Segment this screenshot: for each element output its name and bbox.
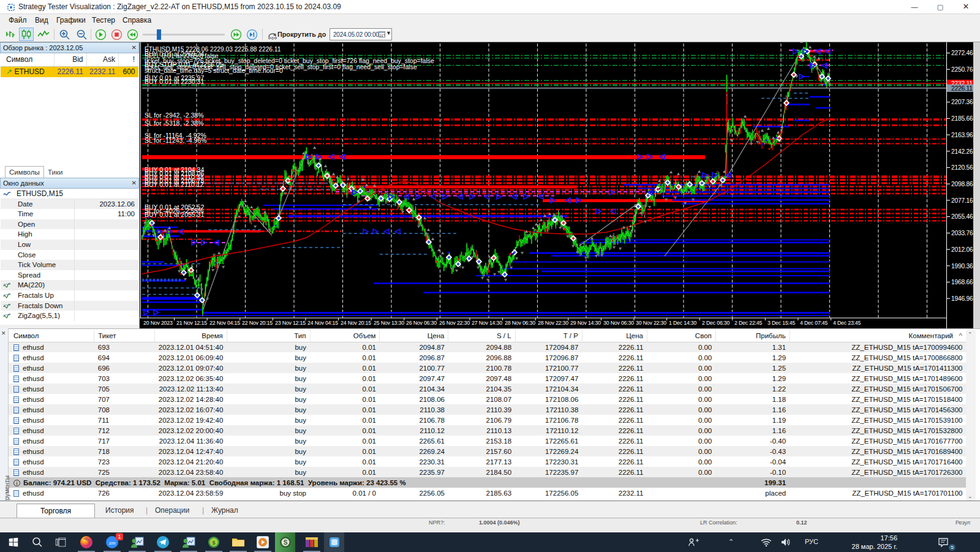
svg-text:2 Dec 06:30: 2 Dec 06:30 <box>702 320 730 326</box>
svg-text:zm: zm <box>109 540 116 546</box>
svg-text:2 Dec 22:45: 2 Dec 22:45 <box>734 320 763 326</box>
svg-text:23 Nov 12:15: 23 Nov 12:15 <box>275 320 306 326</box>
svg-text:30 Nov 06:30: 30 Nov 06:30 <box>603 320 634 326</box>
svg-text:4 Dec 07:45: 4 Dec 07:45 <box>800 320 828 326</box>
svg-text:struct_date_time.day=5 struct: struct_date_time.day=5 struct_date_time.… <box>145 67 283 74</box>
svg-text:2207.36: 2207.36 <box>951 99 973 105</box>
svg-text:2077.16: 2077.16 <box>951 197 973 204</box>
svg-text:BUY 0.01 at 2055.31: BUY 0.01 at 2055.31 <box>145 211 204 218</box>
svg-text:2012.06: 2012.06 <box>951 246 973 253</box>
svg-text:BUY 0.01 at 2230.31: BUY 0.01 at 2230.31 <box>145 78 204 85</box>
svg-text:1 Dec 14:30: 1 Dec 14:30 <box>669 320 697 326</box>
svg-text:3 Dec 15:45: 3 Dec 15:45 <box>767 320 796 326</box>
svg-text:26 Nov 06:30: 26 Nov 06:30 <box>406 320 437 326</box>
svg-text:22 Nov 20:15: 22 Nov 20:15 <box>242 320 273 326</box>
svg-text:20 Nov 2023: 20 Nov 2023 <box>143 320 173 326</box>
svg-text:2033.76: 2033.76 <box>951 230 973 236</box>
svg-text:2272.46: 2272.46 <box>951 50 973 56</box>
svg-text:21 Nov 12:15: 21 Nov 12:15 <box>176 320 207 326</box>
svg-text:28 Nov 06:30: 28 Nov 06:30 <box>505 320 535 326</box>
svg-text:BUY 0.01 at 2110.12: BUY 0.01 at 2110.12 <box>145 181 204 188</box>
svg-text:S: S <box>284 539 288 546</box>
svg-text:2142.26: 2142.26 <box>951 148 973 155</box>
svg-text:SL for -5318, -2.38%: SL for -5318, -2.38% <box>145 119 204 127</box>
svg-text:25 Nov 13:30: 25 Nov 13:30 <box>374 320 404 326</box>
svg-text:2098.86: 2098.86 <box>951 181 973 187</box>
svg-text:SL for -2942, -2.38%: SL for -2942, -2.38% <box>145 112 204 119</box>
svg-text:4 Dec 23:45: 4 Dec 23:45 <box>833 320 861 326</box>
svg-text:29 Nov 14:30: 29 Nov 14:30 <box>570 320 601 326</box>
svg-text:2055.46: 2055.46 <box>951 213 973 220</box>
svg-text:26 Nov 22:30: 26 Nov 22:30 <box>439 320 470 326</box>
svg-text:1946.96: 1946.96 <box>951 295 973 302</box>
svg-text:1990.36: 1990.36 <box>951 263 973 270</box>
svg-text:30 Nov 22:30: 30 Nov 22:30 <box>636 320 666 326</box>
svg-text:22 Nov 04:15: 22 Nov 04:15 <box>209 320 240 326</box>
svg-text:2185.66: 2185.66 <box>951 115 973 122</box>
svg-text:1968.66: 1968.66 <box>951 279 973 285</box>
svg-text:$: $ <box>212 540 215 546</box>
svg-text:24 Nov 04:15: 24 Nov 04:15 <box>307 320 338 326</box>
svg-text:24 Nov 20:15: 24 Nov 20:15 <box>341 320 371 326</box>
svg-text:2120.56: 2120.56 <box>951 164 973 171</box>
svg-text:27 Nov 14:30: 27 Nov 14:30 <box>472 320 502 326</box>
svg-text:2250.76: 2250.76 <box>951 66 973 73</box>
svg-text:28 Nov 22:30: 28 Nov 22:30 <box>538 320 568 326</box>
svg-text:2226.11: 2226.11 <box>951 85 973 92</box>
svg-text:SL for -11243, -4.96%: SL for -11243, -4.96% <box>145 137 207 144</box>
svg-text:2163.96: 2163.96 <box>951 132 973 138</box>
